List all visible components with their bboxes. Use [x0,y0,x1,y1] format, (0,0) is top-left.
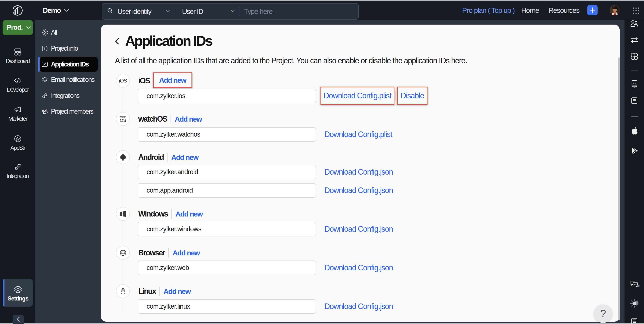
download-row: Download Config.json [324,222,393,236]
glossary-icon[interactable] [630,79,639,88]
add-new-link[interactable]: Add new [174,115,202,123]
section-header-browser: Browser Add new [138,245,200,261]
code-icon [14,76,22,85]
add-new-link[interactable]: Add new [172,249,200,257]
back-button[interactable] [114,36,120,46]
feedback-chat-icon[interactable] [630,280,640,289]
platform-name: Windows [138,209,168,218]
platform-badge-windows [116,207,130,221]
id-card-icon [41,61,48,68]
download-config-link[interactable]: Download Config.json [324,225,393,234]
app-id-field[interactable]: com.zylker.web [138,261,316,275]
section-header-windows: Windows Add new [138,206,202,222]
users-icon[interactable] [630,19,639,28]
page-description: A list of all the application IDs that a… [115,56,467,65]
rail-item-settings[interactable]: Settings [3,279,33,307]
transfer-icon[interactable] [630,36,639,45]
chevron-down-icon[interactable] [64,8,70,13]
disable-link[interactable]: Disable [400,91,424,100]
annotation-box: Disable [397,87,428,105]
dashboard-icon [14,48,22,56]
android-icon [119,153,127,161]
app-id-field[interactable]: com.zylker.ios [138,89,316,103]
add-button[interactable] [587,5,598,15]
rail-item-marketer[interactable]: Marketer [0,106,35,122]
plan-label: Pro plan ( Top up ) [462,6,514,14]
nav-home[interactable]: Home [521,1,539,20]
sidebar-item-label: Project members [51,108,93,115]
rail-item-appstr[interactable]: AppStr [0,135,35,151]
add-new-link[interactable]: Add new [176,210,202,218]
app-id-field[interactable]: com.app.android [138,183,316,198]
add-new-link[interactable]: Add new [171,153,198,162]
app-id-value: com.zylker.linux [146,303,190,310]
sidebar-item-label: Integrations [51,92,79,100]
link-divider [396,91,396,101]
theme-toggle-icon[interactable] [630,299,638,308]
sidebar-item-label: Project info [51,45,78,52]
download-row: Download Config.plist [324,127,392,142]
nav-resources[interactable]: Resources [548,1,580,20]
app-id-field[interactable]: com.zylker.linux [138,299,316,314]
header-divider [160,287,160,296]
top-bar: Demo User identity User ID Type here Pro… [0,1,644,20]
download-config-link[interactable]: Download Config.json [324,168,393,177]
environment-selector[interactable]: Prod. [2,20,33,35]
catalyst-logo-icon[interactable] [12,5,23,16]
penguin-icon [119,287,127,295]
plug-icon [41,92,48,99]
chevron-down-icon[interactable] [165,8,171,13]
collapse-sidebar-button[interactable] [12,315,24,324]
info-icon [41,45,48,52]
notes-icon[interactable] [630,317,639,324]
page-title: Application IDs [125,33,212,49]
home-label: Home [521,6,539,14]
rail-item-dashboard[interactable]: Dashboard [0,48,35,64]
search-category-value: User identity [118,7,151,15]
gear-icon [41,29,48,36]
apps-grid-icon[interactable] [632,6,640,15]
search-bar[interactable]: User identity User ID Type here [102,3,359,20]
app-id-field[interactable]: com.zylker.windows [138,222,316,236]
platform-name: Android [138,153,164,162]
rail-item-integration[interactable]: Integration [0,163,35,180]
download-config-link[interactable]: Download Config.plist [324,91,391,100]
download-config-link[interactable]: Download Config.json [324,302,393,311]
search-field-select[interactable]: User ID [182,4,203,19]
google-play-icon[interactable] [630,146,639,155]
header-divider [170,114,171,124]
document-icon[interactable] [630,96,639,105]
app-id-field[interactable]: com.zylker.android [138,165,316,179]
header-divider [168,248,169,258]
rail-item-developer[interactable]: Developer [0,76,35,93]
app-id-value: com.zylker.ios [146,92,185,100]
download-row: Download Config.json [324,183,393,198]
scrollbar-thumb[interactable] [618,57,620,320]
chevron-down-icon[interactable] [230,8,236,13]
app-id-field[interactable]: com.zylker.watchos [138,127,316,142]
platform-name: watchOS [138,115,167,124]
clover-icon[interactable] [630,52,639,61]
rail-item-label: AppStr [0,145,35,151]
plan-topup-link[interactable]: Pro plan ( Top up ) [462,1,514,20]
sidebar-item-label: All [51,29,57,36]
project-selector[interactable]: Demo [43,1,61,20]
download-config-link[interactable]: Download Config.plist [324,130,392,139]
apple-icon[interactable] [630,126,639,135]
add-new-link[interactable]: Add new [164,287,190,296]
help-button[interactable]: ? [594,305,612,323]
download-config-link[interactable]: Download Config.json [324,263,393,272]
platform-badge-browser [116,246,130,260]
search-input[interactable]: Type here [244,4,272,19]
search-category-select[interactable]: User identity [118,4,151,19]
add-new-link[interactable]: Add new [159,76,186,84]
rail-item-label: Settings [3,295,33,302]
download-config-link[interactable]: Download Config.json [324,186,393,195]
section-header-linux: Linux Add new [138,284,190,299]
rail-item-label: Developer [0,86,35,93]
search-icon [107,8,113,14]
platform-name: Browser [138,248,165,257]
rail-divider [631,116,638,117]
app-id-value: com.app.android [146,187,193,194]
avatar[interactable] [610,5,620,15]
